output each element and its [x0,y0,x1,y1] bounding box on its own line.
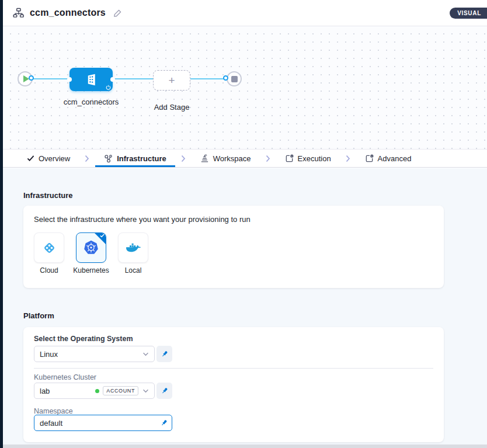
bottom-scrollbar-track[interactable] [3,444,487,448]
os-field-row: Linux [34,346,172,362]
chevron-right-icon [260,150,276,167]
section-divider [34,368,433,369]
stop-icon [231,76,238,82]
scope-badge: ACCOUNT [103,386,138,395]
pin-icon [161,387,169,395]
edit-pipeline-icon[interactable] [113,9,122,18]
stage-node-ccm-connectors[interactable] [69,68,113,91]
infrastructure-card: Select the infrastructure where you want… [23,206,444,288]
pin-icon [160,419,168,427]
check-icon [27,155,34,162]
stage-node-label: ccm_connectors [50,98,132,106]
chevron-right-icon [79,150,95,167]
cloud-icon [41,240,57,256]
tab-infrastructure[interactable]: Infrastructure [95,150,175,167]
stage-out-port [110,77,115,82]
infrastructure-icon [104,154,113,163]
os-select-value: Linux [40,350,58,359]
docker-icon [125,241,141,255]
play-icon [23,75,29,82]
plus-icon: + [168,74,175,87]
namespace-fixed-input-pin-button[interactable] [160,419,168,427]
pipeline-header: ccm_connectors VISUAL [3,0,487,26]
end-port [223,75,228,81]
os-fixed-input-pin-button[interactable] [156,346,172,362]
infrastructure-description: Select the infrastructure where you want… [34,215,251,224]
namespace-label: Namespace [34,407,73,415]
tab-overview[interactable]: Overview [18,150,79,167]
conditional-execution-icon [106,85,111,90]
add-stage-button[interactable]: + [153,70,190,91]
infra-option-local[interactable] [118,232,148,263]
platform-heading: Platform [23,311,54,320]
start-port [29,75,34,81]
pipeline-edge [25,78,234,79]
infra-option-cloud[interactable] [34,232,64,263]
visual-yaml-toggle[interactable]: VISUAL [450,8,487,19]
add-stage-label: Add Stage [131,103,213,112]
infra-option-label: Local [98,266,168,275]
end-node [227,71,242,86]
cluster-label: Kubernetes Cluster [34,373,96,381]
cluster-fixed-input-pin-button[interactable] [156,383,172,399]
infrastructure-heading: Infrastructure [23,191,73,200]
pipeline-studio: ccm_connectors VISUAL [0,0,487,448]
cluster-field-row: lab ACCOUNT [34,383,172,399]
chevron-down-icon [142,352,149,356]
os-select[interactable]: Linux [34,346,155,362]
pipeline-canvas[interactable]: ccm_connectors + Add Stage [3,26,487,149]
infra-option-kubernetes[interactable] [76,232,106,263]
connectivity-status-dot [95,389,99,393]
pipeline-title: ccm_connectors [30,8,106,18]
cluster-select[interactable]: lab ACCOUNT [34,383,155,399]
tab-advanced[interactable]: Advanced [356,150,420,167]
cluster-value: lab [40,387,50,395]
chevron-right-icon [175,150,192,167]
nav-rail [0,0,3,448]
infrastructure-panel: Infrastructure Select the infrastructure… [3,168,487,448]
tab-execution[interactable]: Execution [276,150,340,167]
tab-workspace[interactable]: Workspace [192,150,260,167]
stage-in-port [67,77,72,82]
advanced-icon [365,154,374,163]
namespace-input[interactable] [34,415,172,431]
namespace-field-row [34,415,172,431]
execution-icon [285,154,294,163]
pipeline-icon [13,8,24,18]
workspace-icon [200,154,209,163]
os-label: Select the Operating System [34,335,133,343]
chevron-down-icon [142,389,149,393]
selected-check-icon [100,234,105,238]
stage-type-icon [84,72,99,87]
platform-card: Select the Operating System Linux [23,327,444,442]
stage-config-tabs: Overview Infrastructure Workspace [3,149,487,168]
chevron-right-icon [340,150,356,167]
pin-icon [161,350,169,358]
